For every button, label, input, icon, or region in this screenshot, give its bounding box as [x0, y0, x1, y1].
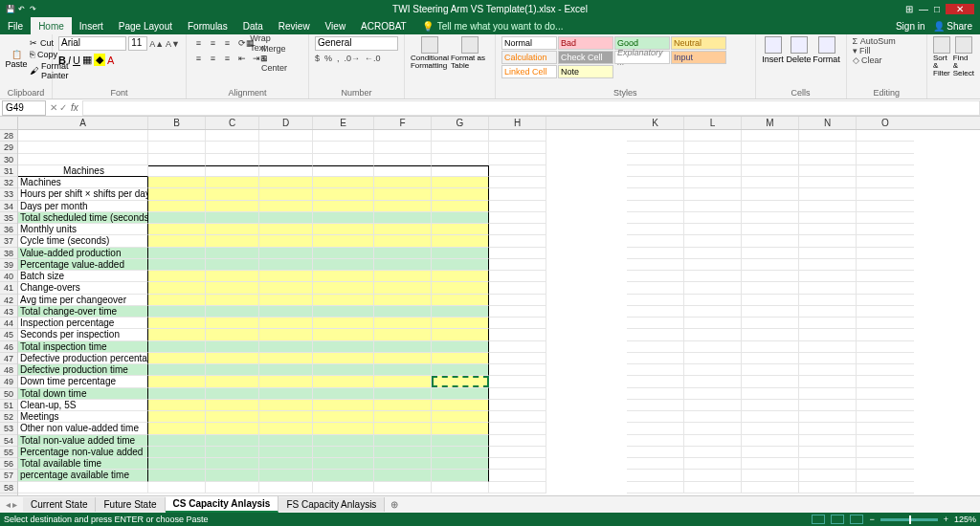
- cell-D31[interactable]: [259, 165, 313, 177]
- cell-B50[interactable]: [148, 388, 206, 400]
- undo-icon[interactable]: ↶: [17, 5, 26, 13]
- cancel-icon[interactable]: ✕: [50, 102, 57, 113]
- merge-center-button[interactable]: ⊞ Merge & Center: [264, 52, 277, 64]
- cell-G40[interactable]: [432, 271, 489, 282]
- conditional-formatting-button[interactable]: Conditional Formatting: [411, 36, 449, 70]
- cell-L57[interactable]: [684, 470, 742, 481]
- cell-B58[interactable]: [148, 482, 206, 493]
- cell-N39[interactable]: [799, 259, 857, 271]
- cell-A28[interactable]: [18, 130, 148, 142]
- cell-C43[interactable]: [206, 306, 259, 318]
- cell-H28[interactable]: [489, 130, 546, 142]
- cell-A48[interactable]: Defective production time: [18, 364, 148, 376]
- style-normal[interactable]: Normal: [501, 36, 557, 50]
- cell-M58[interactable]: [742, 482, 799, 493]
- cell-E34[interactable]: [313, 201, 374, 212]
- cell-B38[interactable]: [148, 248, 206, 259]
- cell-E31[interactable]: [313, 165, 374, 177]
- indent-dec-icon[interactable]: ⇤: [235, 52, 248, 64]
- cell-O36[interactable]: [857, 224, 914, 235]
- cell-F30[interactable]: [374, 154, 432, 165]
- number-format-select[interactable]: General: [315, 36, 398, 51]
- cell-G29[interactable]: [432, 142, 489, 153]
- cell-L52[interactable]: [684, 411, 742, 423]
- cell-L40[interactable]: [684, 271, 742, 282]
- align-left-icon[interactable]: ≡: [192, 52, 205, 64]
- cell-H50[interactable]: [489, 388, 546, 400]
- row-header-52[interactable]: 52: [0, 411, 17, 423]
- italic-button[interactable]: I: [68, 55, 71, 66]
- shrink-font-icon[interactable]: A▼: [166, 39, 180, 49]
- cell-G48[interactable]: [432, 364, 489, 376]
- row-header-33[interactable]: 33: [0, 188, 17, 200]
- cell-D40[interactable]: [259, 271, 313, 282]
- cell-O55[interactable]: [857, 447, 914, 458]
- enter-icon[interactable]: ✓: [59, 102, 67, 113]
- row-header-49[interactable]: 49: [0, 376, 17, 387]
- row-header-36[interactable]: 36: [0, 224, 17, 235]
- style-neutral[interactable]: Neutral: [671, 36, 726, 50]
- cell-H56[interactable]: [489, 458, 546, 470]
- cell-M50[interactable]: [742, 388, 799, 400]
- cell-M34[interactable]: [742, 201, 799, 212]
- cell-A50[interactable]: Total down time: [18, 388, 148, 400]
- cell-A46[interactable]: Total inspection time: [18, 341, 148, 353]
- cell-D45[interactable]: [259, 329, 313, 340]
- cell-H29[interactable]: [489, 142, 546, 153]
- cell-H49[interactable]: [489, 376, 546, 387]
- cell-B46[interactable]: [148, 341, 206, 353]
- cell-G46[interactable]: [432, 341, 489, 353]
- cell-N56[interactable]: [799, 458, 857, 470]
- cell-B47[interactable]: [148, 353, 206, 364]
- cell-N32[interactable]: [799, 177, 857, 188]
- cell-G33[interactable]: [432, 188, 489, 200]
- cell-F53[interactable]: [374, 423, 432, 434]
- cell-G55[interactable]: [432, 447, 489, 458]
- font-color-button[interactable]: A: [107, 55, 114, 66]
- cell-A44[interactable]: Inspection percentage: [18, 318, 148, 329]
- cell-F35[interactable]: [374, 212, 432, 224]
- cell-G32[interactable]: [432, 177, 489, 188]
- cell-G43[interactable]: [432, 306, 489, 318]
- cell-H44[interactable]: [489, 318, 546, 329]
- cell-H57[interactable]: [489, 470, 546, 481]
- cell-E28[interactable]: [313, 130, 374, 142]
- cell-M28[interactable]: [742, 130, 799, 142]
- cell-H52[interactable]: [489, 411, 546, 423]
- cell-F44[interactable]: [374, 318, 432, 329]
- align-mid-icon[interactable]: ≡: [207, 36, 219, 49]
- cell-L49[interactable]: [684, 376, 742, 387]
- cell-B35[interactable]: [148, 212, 206, 224]
- row-header-37[interactable]: 37: [0, 235, 17, 247]
- cell-G57[interactable]: [432, 470, 489, 481]
- cell-A39[interactable]: Percentage value-added: [18, 259, 148, 271]
- cell-G50[interactable]: [432, 388, 489, 400]
- cell-B55[interactable]: [148, 447, 206, 458]
- column-header-B[interactable]: B: [148, 117, 206, 129]
- cell-G38[interactable]: [432, 248, 489, 259]
- currency-icon[interactable]: $: [315, 54, 320, 63]
- cell-A53[interactable]: Other non value-added time: [18, 423, 148, 434]
- cell-F49[interactable]: [374, 376, 432, 387]
- cell-O51[interactable]: [857, 400, 914, 411]
- cell-C49[interactable]: [206, 376, 259, 387]
- cell-G31[interactable]: [432, 165, 489, 177]
- cell-F37[interactable]: [374, 235, 432, 247]
- style-note[interactable]: Note: [558, 65, 613, 78]
- cell-L28[interactable]: [684, 130, 742, 142]
- cell-H40[interactable]: [489, 271, 546, 282]
- cell-F54[interactable]: [374, 435, 432, 447]
- cell-A58[interactable]: [18, 482, 148, 493]
- sort-filter-button[interactable]: Sort & Filter: [933, 36, 951, 77]
- cell-L31[interactable]: [684, 165, 742, 177]
- cell-E29[interactable]: [313, 142, 374, 153]
- cell-G39[interactable]: [432, 259, 489, 271]
- cell-F57[interactable]: [374, 470, 432, 481]
- cell-C41[interactable]: [206, 282, 259, 294]
- autosum-button[interactable]: Σ AutoSum: [853, 36, 896, 46]
- cell-A37[interactable]: Cycle time (seconds): [18, 235, 148, 247]
- cell-A55[interactable]: Percentage non-value added: [18, 447, 148, 458]
- cell-H58[interactable]: [489, 482, 546, 493]
- row-header-31[interactable]: 31: [0, 165, 17, 177]
- cell-O58[interactable]: [857, 482, 914, 493]
